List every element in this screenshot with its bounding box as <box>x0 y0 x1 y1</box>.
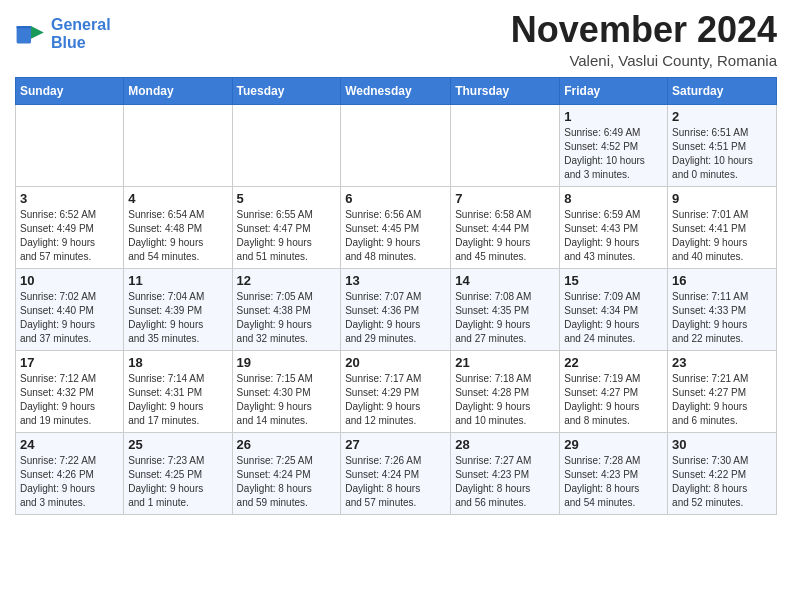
calendar-cell: 26Sunrise: 7:25 AM Sunset: 4:24 PM Dayli… <box>232 432 341 514</box>
calendar-week-row: 24Sunrise: 7:22 AM Sunset: 4:26 PM Dayli… <box>16 432 777 514</box>
calendar-cell: 25Sunrise: 7:23 AM Sunset: 4:25 PM Dayli… <box>124 432 232 514</box>
day-number: 16 <box>672 273 772 288</box>
day-detail: Sunrise: 6:59 AM Sunset: 4:43 PM Dayligh… <box>564 208 663 264</box>
day-number: 25 <box>128 437 227 452</box>
weekday-header: Thursday <box>451 77 560 104</box>
day-detail: Sunrise: 7:12 AM Sunset: 4:32 PM Dayligh… <box>20 372 119 428</box>
calendar-cell: 3Sunrise: 6:52 AM Sunset: 4:49 PM Daylig… <box>16 186 124 268</box>
day-number: 2 <box>672 109 772 124</box>
calendar-cell: 20Sunrise: 7:17 AM Sunset: 4:29 PM Dayli… <box>341 350 451 432</box>
day-number: 28 <box>455 437 555 452</box>
day-detail: Sunrise: 6:55 AM Sunset: 4:47 PM Dayligh… <box>237 208 337 264</box>
weekday-header: Tuesday <box>232 77 341 104</box>
svg-marker-1 <box>31 26 44 39</box>
calendar-cell: 8Sunrise: 6:59 AM Sunset: 4:43 PM Daylig… <box>560 186 668 268</box>
calendar-cell: 14Sunrise: 7:08 AM Sunset: 4:35 PM Dayli… <box>451 268 560 350</box>
day-number: 5 <box>237 191 337 206</box>
day-number: 3 <box>20 191 119 206</box>
day-number: 26 <box>237 437 337 452</box>
day-detail: Sunrise: 7:26 AM Sunset: 4:24 PM Dayligh… <box>345 454 446 510</box>
day-detail: Sunrise: 7:01 AM Sunset: 4:41 PM Dayligh… <box>672 208 772 264</box>
day-number: 19 <box>237 355 337 370</box>
weekday-header: Wednesday <box>341 77 451 104</box>
calendar-cell: 15Sunrise: 7:09 AM Sunset: 4:34 PM Dayli… <box>560 268 668 350</box>
header: General Blue November 2024 Valeni, Vaslu… <box>15 10 777 69</box>
day-detail: Sunrise: 7:04 AM Sunset: 4:39 PM Dayligh… <box>128 290 227 346</box>
calendar-cell: 28Sunrise: 7:27 AM Sunset: 4:23 PM Dayli… <box>451 432 560 514</box>
calendar-cell: 7Sunrise: 6:58 AM Sunset: 4:44 PM Daylig… <box>451 186 560 268</box>
day-detail: Sunrise: 7:07 AM Sunset: 4:36 PM Dayligh… <box>345 290 446 346</box>
day-detail: Sunrise: 7:15 AM Sunset: 4:30 PM Dayligh… <box>237 372 337 428</box>
day-detail: Sunrise: 7:19 AM Sunset: 4:27 PM Dayligh… <box>564 372 663 428</box>
calendar-week-row: 17Sunrise: 7:12 AM Sunset: 4:32 PM Dayli… <box>16 350 777 432</box>
month-title: November 2024 <box>511 10 777 50</box>
calendar-cell <box>124 104 232 186</box>
day-number: 22 <box>564 355 663 370</box>
day-detail: Sunrise: 7:02 AM Sunset: 4:40 PM Dayligh… <box>20 290 119 346</box>
day-number: 24 <box>20 437 119 452</box>
calendar-week-row: 1Sunrise: 6:49 AM Sunset: 4:52 PM Daylig… <box>16 104 777 186</box>
calendar-week-row: 3Sunrise: 6:52 AM Sunset: 4:49 PM Daylig… <box>16 186 777 268</box>
weekday-header: Friday <box>560 77 668 104</box>
calendar-cell: 22Sunrise: 7:19 AM Sunset: 4:27 PM Dayli… <box>560 350 668 432</box>
day-detail: Sunrise: 7:05 AM Sunset: 4:38 PM Dayligh… <box>237 290 337 346</box>
calendar-cell: 18Sunrise: 7:14 AM Sunset: 4:31 PM Dayli… <box>124 350 232 432</box>
day-number: 12 <box>237 273 337 288</box>
svg-rect-2 <box>17 26 31 28</box>
day-number: 7 <box>455 191 555 206</box>
day-number: 27 <box>345 437 446 452</box>
calendar-cell: 10Sunrise: 7:02 AM Sunset: 4:40 PM Dayli… <box>16 268 124 350</box>
day-number: 8 <box>564 191 663 206</box>
location-subtitle: Valeni, Vaslui County, Romania <box>511 52 777 69</box>
day-number: 17 <box>20 355 119 370</box>
day-number: 6 <box>345 191 446 206</box>
day-detail: Sunrise: 7:28 AM Sunset: 4:23 PM Dayligh… <box>564 454 663 510</box>
day-detail: Sunrise: 6:58 AM Sunset: 4:44 PM Dayligh… <box>455 208 555 264</box>
logo: General Blue <box>15 16 111 51</box>
calendar-cell: 17Sunrise: 7:12 AM Sunset: 4:32 PM Dayli… <box>16 350 124 432</box>
day-detail: Sunrise: 7:30 AM Sunset: 4:22 PM Dayligh… <box>672 454 772 510</box>
weekday-header: Sunday <box>16 77 124 104</box>
day-number: 11 <box>128 273 227 288</box>
calendar-cell: 16Sunrise: 7:11 AM Sunset: 4:33 PM Dayli… <box>668 268 777 350</box>
day-number: 9 <box>672 191 772 206</box>
calendar-cell: 19Sunrise: 7:15 AM Sunset: 4:30 PM Dayli… <box>232 350 341 432</box>
day-number: 30 <box>672 437 772 452</box>
calendar-cell: 2Sunrise: 6:51 AM Sunset: 4:51 PM Daylig… <box>668 104 777 186</box>
calendar-cell: 13Sunrise: 7:07 AM Sunset: 4:36 PM Dayli… <box>341 268 451 350</box>
logo-icon <box>15 18 47 50</box>
day-detail: Sunrise: 6:49 AM Sunset: 4:52 PM Dayligh… <box>564 126 663 182</box>
day-number: 4 <box>128 191 227 206</box>
day-detail: Sunrise: 7:14 AM Sunset: 4:31 PM Dayligh… <box>128 372 227 428</box>
calendar-cell: 1Sunrise: 6:49 AM Sunset: 4:52 PM Daylig… <box>560 104 668 186</box>
day-detail: Sunrise: 7:18 AM Sunset: 4:28 PM Dayligh… <box>455 372 555 428</box>
calendar-cell <box>451 104 560 186</box>
day-number: 13 <box>345 273 446 288</box>
day-detail: Sunrise: 6:52 AM Sunset: 4:49 PM Dayligh… <box>20 208 119 264</box>
calendar-cell: 21Sunrise: 7:18 AM Sunset: 4:28 PM Dayli… <box>451 350 560 432</box>
weekday-header: Saturday <box>668 77 777 104</box>
calendar-cell <box>341 104 451 186</box>
calendar-table: SundayMondayTuesdayWednesdayThursdayFrid… <box>15 77 777 515</box>
day-detail: Sunrise: 7:27 AM Sunset: 4:23 PM Dayligh… <box>455 454 555 510</box>
calendar-cell: 27Sunrise: 7:26 AM Sunset: 4:24 PM Dayli… <box>341 432 451 514</box>
calendar-cell: 30Sunrise: 7:30 AM Sunset: 4:22 PM Dayli… <box>668 432 777 514</box>
calendar-cell: 5Sunrise: 6:55 AM Sunset: 4:47 PM Daylig… <box>232 186 341 268</box>
day-number: 29 <box>564 437 663 452</box>
day-detail: Sunrise: 7:08 AM Sunset: 4:35 PM Dayligh… <box>455 290 555 346</box>
day-detail: Sunrise: 7:11 AM Sunset: 4:33 PM Dayligh… <box>672 290 772 346</box>
calendar-cell <box>16 104 124 186</box>
day-number: 15 <box>564 273 663 288</box>
day-detail: Sunrise: 6:54 AM Sunset: 4:48 PM Dayligh… <box>128 208 227 264</box>
calendar-cell <box>232 104 341 186</box>
weekday-header: Monday <box>124 77 232 104</box>
day-number: 10 <box>20 273 119 288</box>
page-container: General Blue November 2024 Valeni, Vaslu… <box>0 0 792 525</box>
day-detail: Sunrise: 6:51 AM Sunset: 4:51 PM Dayligh… <box>672 126 772 182</box>
calendar-cell: 9Sunrise: 7:01 AM Sunset: 4:41 PM Daylig… <box>668 186 777 268</box>
title-block: November 2024 Valeni, Vaslui County, Rom… <box>511 10 777 69</box>
calendar-cell: 24Sunrise: 7:22 AM Sunset: 4:26 PM Dayli… <box>16 432 124 514</box>
calendar-cell: 11Sunrise: 7:04 AM Sunset: 4:39 PM Dayli… <box>124 268 232 350</box>
calendar-cell: 23Sunrise: 7:21 AM Sunset: 4:27 PM Dayli… <box>668 350 777 432</box>
day-number: 1 <box>564 109 663 124</box>
